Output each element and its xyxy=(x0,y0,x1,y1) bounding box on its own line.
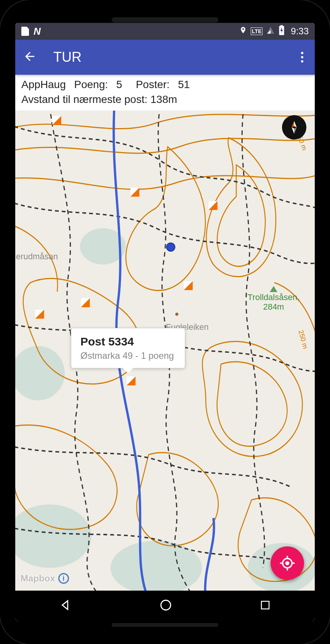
android-n-icon: N xyxy=(34,26,41,37)
status-clock: 9:33 xyxy=(291,26,309,37)
post-marker-icon[interactable] xyxy=(130,187,140,198)
network-lte-icon: LTE xyxy=(251,27,263,35)
posts-label: Poster: 51 xyxy=(136,79,195,90)
post-marker-icon[interactable] xyxy=(208,200,218,211)
screen: N LTE 9:33 TUR xyxy=(15,23,315,621)
signal-icon xyxy=(266,26,275,37)
location-icon xyxy=(239,26,247,37)
map-place-label: erudmåsan xyxy=(16,252,58,262)
back-button[interactable] xyxy=(23,50,38,65)
svg-point-26 xyxy=(286,562,289,565)
status-bar: N LTE 9:33 xyxy=(15,23,315,40)
compass-button[interactable] xyxy=(282,115,306,140)
map-view[interactable]: erudmåsan Fugleleiken Karis Trolldalsåse… xyxy=(15,111,315,591)
svg-marker-21 xyxy=(292,121,294,128)
svg-rect-1 xyxy=(280,25,283,26)
svg-marker-22 xyxy=(294,121,297,128)
post-marker-icon[interactable] xyxy=(183,280,194,291)
overflow-menu-button[interactable] xyxy=(297,48,307,66)
popup-subtitle: Østmarka 49 - 1 poeng xyxy=(80,350,176,361)
popup-title: Post 5334 xyxy=(80,335,176,348)
info-panel: AppHaug Poeng: 5 Poster: 51 Avstand til … xyxy=(15,75,315,111)
phone-frame: N LTE 9:33 TUR xyxy=(0,0,330,644)
mapbox-logo: Mapbox xyxy=(21,573,55,584)
post-marker-icon[interactable] xyxy=(126,376,136,386)
svg-point-4 xyxy=(111,541,202,591)
locate-me-fab[interactable] xyxy=(271,546,304,580)
sd-card-icon xyxy=(21,27,29,36)
svg-rect-32 xyxy=(261,601,269,609)
post-marker-icon[interactable] xyxy=(51,115,62,126)
svg-marker-23 xyxy=(292,127,294,134)
info-icon[interactable]: i xyxy=(58,573,69,584)
battery-charging-icon xyxy=(279,25,285,37)
map-attribution: Mapbox i xyxy=(21,573,69,584)
svg-marker-24 xyxy=(294,127,297,134)
peak-icon xyxy=(270,286,277,292)
map-peak-label: Trolldalsåsen, 284m xyxy=(248,286,300,311)
post-marker-icon[interactable] xyxy=(80,297,91,308)
app-toolbar: TUR xyxy=(15,40,315,75)
svg-point-3 xyxy=(15,504,91,568)
nav-recents-button[interactable] xyxy=(260,599,271,612)
system-nav-bar xyxy=(15,591,315,621)
svg-point-31 xyxy=(161,600,171,610)
post-marker-icon[interactable] xyxy=(34,309,45,320)
post-popup[interactable]: Post 5334 Østmarka 49 - 1 poeng xyxy=(71,328,185,368)
distance-label: Avstand til nærmeste post: 138m xyxy=(21,92,309,107)
phone-speaker xyxy=(112,17,218,22)
points-label: Poeng: 5 xyxy=(74,79,131,90)
page-title: TUR xyxy=(53,49,82,65)
nav-back-button[interactable] xyxy=(59,599,72,613)
phone-bottom-speaker xyxy=(112,623,218,627)
nav-home-button[interactable] xyxy=(159,599,172,613)
username-label: AppHaug xyxy=(21,79,66,90)
